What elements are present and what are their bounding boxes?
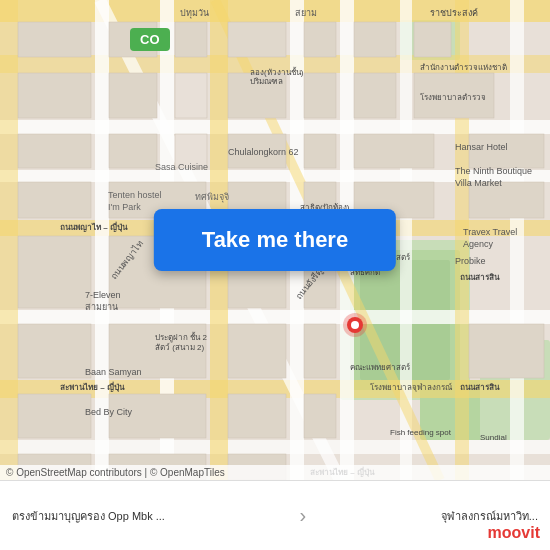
svg-text:Baan Samyan: Baan Samyan — [85, 367, 142, 377]
map-container: ปทุมวัน สยาม ราชประสงค์ Chulalongkorn 62… — [0, 0, 550, 480]
svg-rect-47 — [18, 182, 91, 218]
svg-text:ลอง(หัวงานชั้น): ลอง(หัวงานชั้น) — [250, 66, 304, 77]
origin-text: ตรงข้ามมาบุญครอง Opp Mbk ... — [12, 507, 165, 525]
svg-text:ประตูฝาก ชั้น 2: ประตูฝาก ชั้น 2 — [155, 331, 207, 343]
svg-rect-33 — [18, 73, 91, 118]
svg-text:สำนักงานตำรวจแห่งชาติ: สำนักงานตำรวจแห่งชาติ — [420, 63, 507, 72]
svg-text:ถนนพญาไท – ญี่ปุ่น: ถนนพญาไท – ญี่ปุ่น — [60, 221, 128, 232]
svg-text:Agency: Agency — [463, 239, 494, 249]
svg-text:สามยาน: สามยาน — [85, 302, 118, 312]
svg-rect-65 — [304, 394, 336, 438]
svg-text:สะพานไทย – ญี่ปุ่น: สะพานไทย – ญี่ปุ่น — [60, 381, 125, 392]
svg-text:ปริมณฑล: ปริมณฑล — [250, 77, 283, 86]
destination-location: จุฬาลงกรณ์มหาวิท... — [441, 507, 538, 525]
svg-text:Tenten hostel: Tenten hostel — [108, 190, 162, 200]
svg-text:The Ninth Boutique: The Ninth Boutique — [455, 166, 532, 176]
svg-text:คณะแพทยศาสตร์: คณะแพทยศาสตร์ — [350, 362, 411, 372]
svg-text:7-Eleven: 7-Eleven — [85, 290, 121, 300]
svg-text:Villa Market: Villa Market — [455, 178, 502, 188]
svg-text:Travex Travel: Travex Travel — [463, 227, 517, 237]
svg-text:สยาม: สยาม — [295, 8, 317, 18]
svg-text:ถนนสารสิน: ถนนสารสิน — [460, 273, 500, 282]
origin-location: ตรงข้ามมาบุญครอง Opp Mbk ... — [12, 507, 165, 525]
svg-rect-37 — [304, 73, 336, 118]
svg-text:ทศพิมจุจิ: ทศพิมจุจิ — [195, 192, 229, 203]
svg-text:โรงพยาบาลตำรวจ: โรงพยาบาลตำรวจ — [420, 92, 486, 102]
svg-text:Probike: Probike — [455, 256, 486, 266]
svg-rect-40 — [18, 134, 91, 168]
svg-text:ถนนสารสิน: ถนนสารสิน — [460, 383, 500, 392]
svg-rect-62 — [18, 394, 91, 438]
svg-text:Hansar Hotel: Hansar Hotel — [455, 142, 508, 152]
svg-text:สัตว์ (สนาม 2): สัตว์ (สนาม 2) — [155, 342, 205, 352]
svg-rect-32 — [414, 22, 451, 57]
svg-text:ราชประสงค์: ราชประสงค์ — [430, 7, 478, 18]
svg-text:I'm Park: I'm Park — [108, 202, 141, 212]
svg-rect-53 — [18, 236, 91, 308]
svg-rect-29 — [228, 22, 286, 57]
svg-rect-26 — [18, 22, 91, 57]
svg-text:Sundial: Sundial — [480, 433, 507, 442]
svg-rect-34 — [109, 73, 157, 118]
svg-text:Fish feeding spot: Fish feeding spot — [390, 428, 452, 437]
svg-rect-15 — [0, 0, 18, 480]
svg-rect-30 — [304, 22, 336, 57]
co-badge: CO — [130, 28, 170, 51]
svg-rect-57 — [18, 324, 91, 378]
svg-rect-60 — [304, 324, 336, 378]
svg-rect-35 — [175, 73, 207, 118]
bottom-bar: ตรงข้ามมาบุญครอง Opp Mbk ... › จุฬาลงกรณ… — [0, 480, 550, 550]
attribution: © OpenStreetMap contributors | © OpenMap… — [0, 465, 550, 480]
svg-point-110 — [351, 321, 359, 329]
moovit-logo: moovit — [488, 524, 540, 542]
svg-text:Chulalongkorn 62: Chulalongkorn 62 — [228, 147, 299, 157]
svg-rect-23 — [510, 0, 524, 480]
svg-rect-45 — [354, 134, 434, 168]
destination-text: จุฬาลงกรณ์มหาวิท... — [441, 507, 538, 525]
svg-rect-61 — [469, 324, 544, 378]
svg-rect-31 — [354, 22, 396, 57]
svg-rect-28 — [175, 22, 207, 57]
svg-rect-64 — [228, 394, 286, 438]
svg-text:โรงพยาบาลจุฬาลงกรณ์: โรงพยาบาลจุฬาลงกรณ์ — [370, 382, 453, 392]
svg-text:Bed By City: Bed By City — [85, 407, 133, 417]
svg-rect-44 — [304, 134, 336, 168]
svg-rect-38 — [354, 73, 396, 118]
take-me-there-button[interactable]: Take me there — [154, 209, 396, 271]
svg-text:ปทุมวัน: ปทุมวัน — [180, 8, 209, 19]
svg-rect-41 — [109, 134, 157, 168]
svg-rect-59 — [228, 324, 286, 378]
direction-arrow: › — [300, 504, 307, 527]
svg-text:Sasa Cuisine: Sasa Cuisine — [155, 162, 208, 172]
